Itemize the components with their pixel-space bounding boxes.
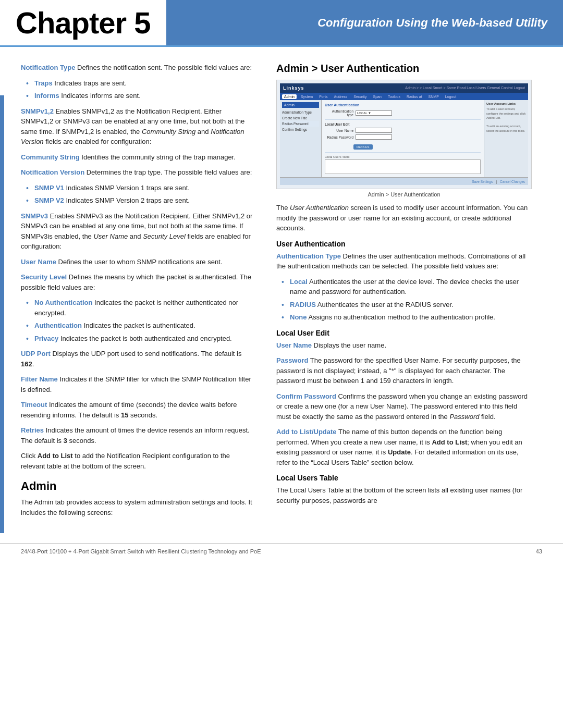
ss-body: Admin Administration Type Create New Tit… — [280, 100, 528, 177]
ss-nav-admin: Admin — [282, 94, 297, 99]
filter-name-para: Filter Name Indicates if the SNMP filter… — [21, 374, 255, 394]
ss-table-area — [325, 159, 481, 174]
password-field-para: Password The password for the specified … — [276, 355, 532, 386]
left-column: Notification Type Defines the notificati… — [0, 57, 266, 533]
ss-top-info: Admin > > Local Smart > Same Road Local … — [405, 86, 525, 90]
ss-topbar: Linksys Admin > > Local Smart > Same Roa… — [280, 83, 528, 93]
ss-sidebar: Admin Administration Type Create New Tit… — [280, 100, 322, 177]
add-update-para: Add to List/Update The name of this butt… — [276, 427, 532, 467]
notification-type-para: Notification Type Defines the notificati… — [21, 63, 255, 73]
page-footer: 24/48-Port 10/100 + 4-Port Gigabit Smart… — [0, 544, 563, 559]
chapter-title: Chapter 5 — [16, 8, 151, 38]
page-header: Chapter 5 Configuration Using the Web-ba… — [0, 0, 563, 47]
ss-label-radius-pw: Radius Password — [325, 135, 353, 139]
ss-save-link[interactable]: Save Settings — [472, 180, 493, 183]
ss-right-panel: User Account Links To add a user account… — [484, 100, 528, 177]
ss-right-panel-title: User Account Links — [486, 102, 526, 105]
screenshot-box: Linksys Admin > > Local Smart > Same Roa… — [276, 80, 532, 189]
local-user-edit-heading: Local User Edit — [276, 329, 532, 337]
footer-right: 43 — [536, 548, 542, 554]
ss-field-radius-pw[interactable] — [356, 134, 392, 140]
auth-type-bullets: Local Authenticates the user at the devi… — [282, 277, 532, 323]
notification-version-para: Notification Version Determines the trap… — [21, 167, 255, 178]
notification-bullets: Traps Indicates traps are sent. Informs … — [26, 78, 255, 101]
security-level-bullets: No Authentication Indicates the packet i… — [26, 298, 255, 343]
ss-row-radius-pw: Radius Password — [325, 134, 481, 140]
ss-main-title: User Authentication — [325, 103, 481, 107]
timeout-para: Timeout Indicates the amount of time (se… — [21, 400, 255, 420]
bullet-snmpv2: SNMP V2 Indicates SNMP Version 2 traps a… — [26, 195, 255, 206]
ss-nav-logout: Logout — [443, 94, 458, 99]
ss-nav: Admin System Ports Address Security Span… — [280, 93, 528, 101]
ss-bottom-bar: Save Settings | Cancel Changes — [280, 177, 528, 185]
community-string-para: Community String Identifies the communit… — [21, 152, 255, 163]
admin-heading: Admin — [21, 479, 255, 493]
user-auth-subheading: User Authentication — [276, 240, 532, 248]
ss-divider2 — [325, 152, 481, 153]
ss-row-authtype: Authentication type LOCAL ▼ — [325, 109, 481, 117]
bullet-privacy: Privacy Indicates the packet is both aut… — [26, 334, 255, 344]
section-title: Admin > User Authentication — [276, 63, 532, 75]
ss-field-authtype[interactable]: LOCAL ▼ — [356, 110, 392, 116]
retries-para: Retries Indicates the amount of times th… — [21, 425, 255, 446]
ss-sidebar-item3: Radius Password — [282, 121, 319, 127]
ss-nav-toolbox: Toolbox — [386, 94, 402, 99]
bullet-traps: Traps Indicates traps are sent. — [26, 78, 255, 89]
security-level-para: Security Level Defines the means by whic… — [21, 272, 255, 292]
main-content: Notification Type Defines the notificati… — [0, 47, 563, 533]
ss-label-authtype: Authentication type — [325, 109, 353, 117]
notification-type-term: Notification Type — [21, 64, 75, 71]
auth-type-para: Authentication Type Defines the user aut… — [276, 251, 532, 272]
ss-details-area: DETAILS — [353, 142, 481, 150]
bullet-authentication: Authentication Indicates the packet is a… — [26, 320, 255, 331]
confirm-password-para: Confirm Password Confirms the password w… — [276, 391, 532, 422]
notification-type-text: Defines the notification sent. The possi… — [77, 64, 252, 71]
bullet-radius: RADIUS Authenticates the user at the RAD… — [282, 300, 532, 310]
add-to-list-para: Click Add to List to add the Notificatio… — [21, 451, 255, 471]
ss-nav-security: Security — [351, 94, 369, 99]
bullet-no-auth: No Authentication Indicates the packet i… — [26, 298, 255, 318]
ss-right-panel-text: To add a user account, configure the set… — [486, 107, 526, 133]
chapter-title-area: Chapter 5 — [0, 0, 166, 45]
username-field-para: User Name Displays the user name. — [276, 340, 532, 351]
ss-sidebar-item4: Confirm Settings — [282, 127, 319, 132]
bullet-informs: Informs Indicates informs are sent. — [26, 91, 255, 101]
right-column: Admin > User Authentication Linksys Admi… — [266, 57, 547, 533]
ss-nav-system: System — [299, 94, 315, 99]
ss-row-username: User Name — [325, 128, 481, 133]
ss-nav-span: Span — [371, 94, 384, 99]
snmp-version-bullets: SNMP V1 Indicates SNMP Version 1 traps a… — [26, 183, 255, 206]
bullet-local: Local Authenticates the user at the devi… — [282, 277, 532, 297]
ss-nav-radius: Radius at — [405, 94, 424, 99]
footer-left: 24/48-Port 10/100 + 4-Port Gigabit Smart… — [21, 548, 261, 554]
snmpv3-para: SNMPv3 Enables SNMPv3 as the Notificatio… — [21, 211, 255, 252]
screenshot-inner: Linksys Admin > > Local Smart > Same Roa… — [280, 83, 528, 185]
ss-field-username[interactable] — [356, 128, 392, 133]
local-users-table-heading: Local Users Table — [276, 474, 532, 482]
ss-sidebar-tab: Admin — [282, 102, 319, 108]
username-para: User Name Defines the user to whom SNMP … — [21, 257, 255, 267]
snmpv12-para: SNMPv1,2 Enables SNMPv1,2 as the Notific… — [21, 106, 255, 147]
local-users-table-para: The Local Users Table at the bottom of t… — [276, 485, 532, 505]
ss-nav-snmp: SNMP — [426, 94, 441, 99]
ss-sidebar-item1: Administration Type — [282, 109, 319, 115]
page-subtitle: Configuration Using the Web-based Utilit… — [317, 16, 547, 30]
ss-sidebar-item2: Create New Title — [282, 115, 319, 121]
udp-port-para: UDP Port Displays the UDP port used to s… — [21, 349, 255, 369]
ss-logo: Linksys — [283, 85, 304, 91]
ss-details-btn[interactable]: DETAILS — [353, 144, 373, 150]
bullet-snmpv1: SNMP V1 Indicates SNMP Version 1 traps a… — [26, 183, 255, 193]
admin-text: The Admin tab provides access to system … — [21, 497, 255, 517]
ss-divider1 — [325, 119, 481, 120]
screenshot-caption: Admin > User Authentication — [276, 191, 532, 198]
ss-main: User Authentication Authentication type … — [322, 100, 484, 177]
ss-section-label: Local User Edit — [325, 122, 481, 126]
bullet-none: None Assigns no authentication method to… — [282, 312, 532, 323]
intro-para: The User Authentication screen is used t… — [276, 203, 532, 233]
ss-sep: | — [496, 180, 497, 183]
ss-cancel-link[interactable]: Cancel Changes — [500, 180, 525, 183]
ss-nav-address: Address — [332, 94, 350, 99]
ss-table-label: Local Users Table — [325, 155, 481, 158]
ss-nav-ports: Ports — [317, 94, 329, 99]
ss-label-username: User Name — [325, 129, 353, 132]
